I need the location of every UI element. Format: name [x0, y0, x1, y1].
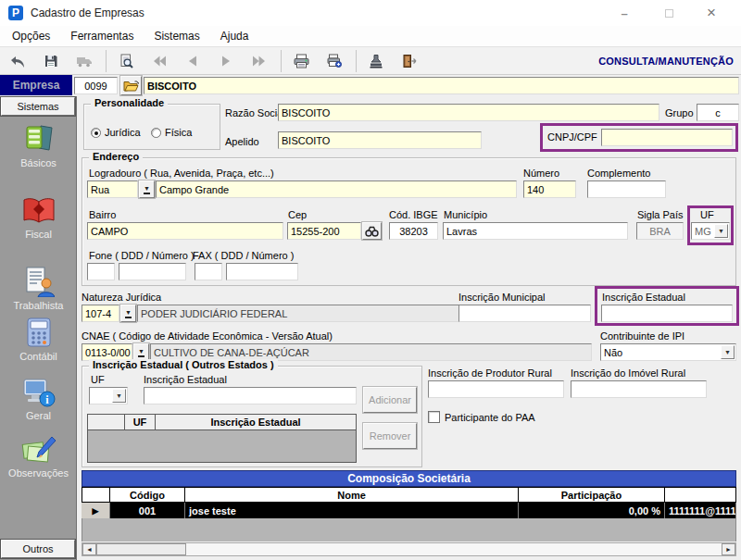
table-row[interactable]: 001 jose teste 0,00 % 1111111@11111: [82, 503, 736, 518]
menu-sistemas[interactable]: Sistemas: [144, 30, 209, 43]
municipio-label: Município: [444, 209, 487, 220]
stamp-button[interactable]: [362, 49, 390, 73]
paa-checkbox[interactable]: [428, 411, 440, 423]
natureza-code-field[interactable]: 107-4: [82, 305, 119, 322]
sidebar-item-label: Trabalhista: [0, 300, 77, 311]
logradouro-label: Logradouro ( Rua, Avenida, Praça, etc...…: [89, 168, 274, 179]
remover-button[interactable]: Remover: [363, 423, 417, 449]
last-record-icon: [252, 54, 267, 68]
next-record-button[interactable]: [212, 49, 240, 73]
print-preview-button[interactable]: [112, 49, 140, 73]
municipio-field[interactable]: Lavras: [443, 222, 628, 240]
logradouro-field[interactable]: Campo Grande: [156, 180, 517, 198]
sidebar-item-trabalhista[interactable]: Trabalhista: [0, 266, 77, 311]
sidebar-item-observacoes[interactable]: Observações: [0, 435, 77, 479]
maximize-button[interactable]: [652, 0, 685, 26]
ie-outros-uf-dropdown-button[interactable]: [112, 389, 126, 403]
ie-outros-uf-label: UF: [91, 374, 105, 385]
grupo-field[interactable]: c: [697, 104, 739, 121]
sidebar-sistemas-button[interactable]: Sistemas: [1, 97, 75, 116]
ie-outros-ie-field[interactable]: [144, 387, 357, 404]
stamp-icon: [369, 54, 383, 68]
imovel-rural-field[interactable]: [571, 380, 707, 398]
sidebar-item-label: Fiscal: [0, 229, 77, 240]
sidebar-item-basicos[interactable]: Básicos: [0, 123, 77, 168]
contribuinte-ipi-dropdown-button[interactable]: [721, 345, 735, 359]
sidebar-item-geral[interactable]: i Geral: [0, 378, 77, 421]
close-button[interactable]: [695, 0, 728, 26]
fone-numero-field[interactable]: [119, 263, 186, 280]
first-record-button[interactable]: [145, 49, 173, 73]
minimize-button[interactable]: [608, 0, 641, 26]
sidebar: Sistemas Básicos Fiscal Trabalhista Cont…: [0, 96, 77, 560]
scroll-left-arrow-icon[interactable]: [82, 543, 96, 555]
uf-dropdown-button[interactable]: [714, 224, 728, 238]
exit-button[interactable]: [396, 49, 423, 73]
menu-ferramentas[interactable]: Ferramentas: [60, 30, 144, 43]
cnpj-cpf-field[interactable]: [601, 129, 733, 146]
cnae-label: CNAE ( Código de Atividade Econômica - V…: [82, 330, 333, 342]
empresa-code-field[interactable]: 0099: [74, 77, 118, 94]
uf-value: MG: [695, 226, 711, 237]
menu-opcoes[interactable]: Opções: [2, 30, 60, 43]
fiscal-icon: [22, 196, 56, 226]
bairro-field[interactable]: CAMPO: [87, 222, 283, 240]
sidebar-item-contabil[interactable]: Contábil: [0, 317, 77, 362]
adicionar-button[interactable]: Adicionar: [363, 387, 417, 413]
complemento-field[interactable]: [587, 180, 666, 198]
logradouro-tipo-dropdown-button[interactable]: [139, 180, 155, 198]
apelido-field[interactable]: BISCOITO: [278, 131, 482, 149]
app-window: P Cadastro de Empresas Opções Ferramenta…: [0, 0, 741, 560]
natureza-dropdown-button[interactable]: [120, 305, 136, 322]
previous-record-button[interactable]: [179, 49, 207, 73]
numero-field[interactable]: 140: [523, 180, 576, 198]
last-record-button[interactable]: [245, 49, 273, 73]
trabalhista-icon: [23, 266, 55, 297]
contribuinte-ipi-combo[interactable]: Não: [600, 343, 736, 361]
ie-grid-uf-header: UF: [125, 415, 156, 429]
ibge-field[interactable]: 38203: [389, 222, 438, 240]
horizontal-scrollbar[interactable]: [82, 542, 736, 556]
sidebar-outros-button[interactable]: Outros: [1, 540, 75, 558]
personalidade-group-title: Personalidade: [91, 97, 168, 108]
ie-outros-uf-combo[interactable]: [89, 387, 128, 404]
print-setup-button[interactable]: [320, 49, 348, 73]
truck-button[interactable]: [70, 49, 98, 73]
natureza-juridica-label: Natureza Jurídica: [82, 292, 161, 303]
scrollbar-thumb[interactable]: [96, 543, 186, 555]
menu-ajuda[interactable]: Ajuda: [210, 30, 259, 43]
cep-field[interactable]: 15255-200: [287, 222, 361, 240]
paa-label: Participante do PAA: [445, 412, 535, 423]
radio-fisica[interactable]: Física: [151, 127, 192, 138]
composicao-title: Composição Societária: [82, 470, 736, 487]
ie-outros-ie-label: Inscrição Estadual: [144, 374, 227, 385]
radio-juridica[interactable]: Jurídica: [91, 127, 141, 138]
scroll-right-arrow-icon[interactable]: [722, 543, 735, 555]
geral-icon: i: [22, 378, 56, 407]
fone-ddd-field[interactable]: [87, 263, 115, 280]
imovel-rural-label: Inscrição do Imóvel Rural: [571, 367, 685, 379]
produtor-rural-label: Inscrição de Produtor Rural: [428, 367, 552, 379]
sigla-pais-field[interactable]: BRA: [636, 222, 684, 240]
produtor-rural-field[interactable]: [428, 380, 564, 398]
basicos-icon: [23, 123, 55, 155]
sidebar-item-label: Básicos: [0, 157, 77, 168]
fax-ddd-field[interactable]: [195, 263, 222, 280]
participacao-column-header: Participação: [519, 487, 665, 503]
save-button[interactable]: [37, 49, 65, 73]
undo-button[interactable]: [4, 49, 31, 73]
sidebar-item-fiscal[interactable]: Fiscal: [0, 196, 77, 240]
inscricao-estadual-field[interactable]: [601, 305, 733, 322]
next-record-icon: [219, 54, 233, 68]
cep-search-button[interactable]: [362, 222, 382, 240]
inscricao-municipal-field[interactable]: [458, 305, 591, 322]
logradouro-tipo-field[interactable]: Rua: [87, 180, 138, 198]
print-setup-icon: [327, 54, 343, 68]
print-button[interactable]: [287, 49, 315, 73]
fax-numero-field[interactable]: [226, 263, 298, 280]
uf-combo[interactable]: MG: [691, 222, 730, 240]
razao-social-field[interactable]: BISCOITO: [278, 104, 659, 121]
empresa-name-field[interactable]: BISCOITO: [144, 77, 739, 94]
exit-door-icon: [402, 54, 418, 68]
open-company-button[interactable]: [120, 76, 142, 95]
